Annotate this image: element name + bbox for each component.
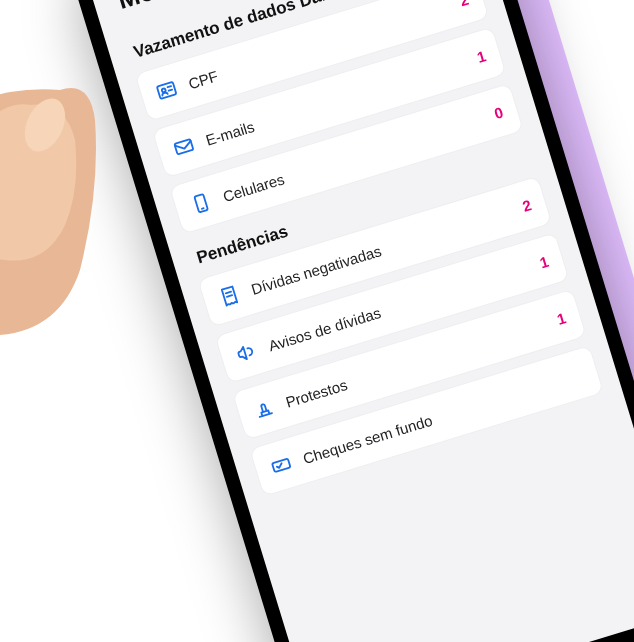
stamp-icon <box>250 395 277 422</box>
app-screen: Monitoramento Seu plano: Premium Vazamen… <box>77 0 634 642</box>
item-count <box>567 373 582 378</box>
megaphone-icon <box>233 339 260 366</box>
item-count: 1 <box>530 252 550 273</box>
check-icon <box>268 452 295 479</box>
svg-rect-4 <box>194 194 208 212</box>
id-card-icon <box>153 77 180 104</box>
item-count: 1 <box>467 47 487 68</box>
envelope-icon <box>170 133 197 160</box>
item-count: 2 <box>513 196 533 217</box>
svg-line-5 <box>202 208 204 209</box>
receipt-icon <box>216 282 243 309</box>
item-count: 0 <box>485 103 505 124</box>
phone-frame: Monitoramento Seu plano: Premium Vazamen… <box>60 0 634 642</box>
item-count: 1 <box>547 309 567 330</box>
svg-rect-1 <box>157 82 177 99</box>
svg-point-0 <box>17 92 73 158</box>
phone-icon <box>187 190 214 217</box>
